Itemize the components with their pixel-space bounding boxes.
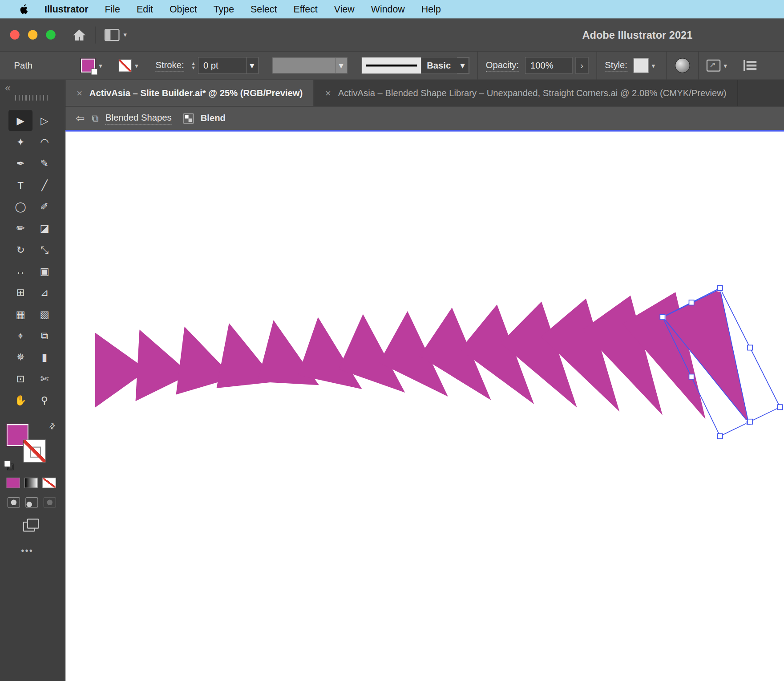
stroke-weight-field[interactable]: 0 pt ▾ — [198, 57, 259, 74]
menu-item-select[interactable]: Select — [251, 4, 277, 15]
default-fill-mini-swatch[interactable] — [4, 461, 11, 467]
selection-handle[interactable] — [660, 315, 665, 320]
collapse-panel-button[interactable]: « — [5, 82, 11, 93]
menu-item-window[interactable]: Window — [371, 4, 405, 15]
none-button[interactable] — [43, 478, 56, 488]
control-bar: Path ▾ ▾ Stroke: ▴▾ 0 pt ▾ ▾ Basic ▾ Opa… — [0, 52, 784, 80]
edit-toolbar-ellipsis[interactable]: ••• — [21, 546, 65, 556]
brush-chevron-icon[interactable]: ▾ — [335, 58, 347, 73]
back-arrow-icon[interactable]: ⇦ — [76, 112, 85, 125]
opacity-field[interactable]: 100% — [525, 57, 573, 74]
tab-close-icon[interactable]: × — [325, 87, 331, 99]
breadcrumb-layer-name[interactable]: Blended Shapes — [105, 112, 171, 124]
style-chevron-icon[interactable]: ▾ — [648, 62, 658, 69]
menu-item-edit[interactable]: Edit — [137, 4, 153, 15]
blend-tool-icon[interactable]: ⧉ — [32, 325, 57, 346]
lasso-tool-icon[interactable]: ◠ — [32, 132, 57, 153]
shape-builder-tool-icon[interactable]: ⊞ — [8, 282, 32, 303]
mesh-tool-icon[interactable]: ▦ — [8, 304, 32, 324]
stroke-weight-stepper[interactable]: ▴▾ — [192, 61, 195, 70]
draw-behind-icon[interactable] — [25, 497, 38, 508]
eraser-tool-icon[interactable]: ◪ — [32, 218, 57, 239]
pencil-tool-icon[interactable]: ✏ — [8, 218, 32, 239]
breadcrumb: ⇦ ⧉ Blended Shapes Blend — [65, 106, 784, 130]
menu-item-view[interactable]: View — [334, 4, 355, 15]
slice-tool-icon[interactable]: ✄ — [32, 368, 57, 389]
illustrator-window: Illustrator FileEditObjectTypeSelectEffe… — [0, 0, 784, 681]
selection-tool-icon[interactable]: ▶ — [8, 110, 32, 131]
paintbrush-tool-icon[interactable]: ✐ — [32, 196, 57, 217]
perspective-grid-tool-icon[interactable]: ⊿ — [32, 282, 57, 303]
selection-handle[interactable] — [777, 405, 782, 409]
menu-item-illustrator[interactable]: Illustrator — [44, 4, 88, 15]
curvature-tool-icon[interactable]: ✎ — [32, 153, 57, 174]
divider — [477, 52, 478, 80]
document-tab-2[interactable]: ×ActivAsia – Blended Shape Library – Une… — [314, 80, 738, 106]
tab-close-icon[interactable]: × — [77, 87, 82, 99]
document-tabs: ×ActivAsia – Slite Builder.ai* @ 25% (RG… — [65, 80, 784, 106]
swap-fill-stroke-icon[interactable]: ⇄ — [47, 421, 57, 431]
direct-selection-tool-icon[interactable]: ▷ — [32, 110, 57, 131]
pen-tool-icon[interactable]: ✒ — [8, 153, 32, 174]
scale-tool-icon[interactable]: ⤡ — [32, 239, 57, 260]
variable-width-profile-dropdown[interactable]: Basic ▾ — [361, 57, 469, 74]
brush-definition-dropdown[interactable]: ▾ — [272, 57, 348, 73]
free-transform-tool-icon[interactable]: ▣ — [32, 260, 57, 281]
column-graph-tool-icon[interactable]: ▮ — [32, 347, 57, 368]
eyedropper-tool-icon[interactable]: ⌖ — [8, 325, 32, 346]
selection-handle[interactable] — [689, 374, 694, 379]
width-tool-icon[interactable]: ↔ — [8, 260, 32, 281]
selection-handle[interactable] — [748, 419, 752, 424]
recolor-artwork-icon[interactable] — [675, 58, 690, 73]
stroke-weight-chevron-icon[interactable]: ▾ — [246, 57, 258, 73]
close-button[interactable] — [10, 30, 19, 39]
profile-chevron-icon[interactable]: ▾ — [457, 57, 469, 73]
ellipse-tool-icon[interactable]: ◯ — [8, 196, 32, 217]
stroke-swatch[interactable] — [23, 440, 46, 463]
change-screen-mode-icon[interactable] — [23, 519, 39, 531]
document-tab-1[interactable]: ×ActivAsia – Slite Builder.ai* @ 25% (RG… — [65, 80, 314, 106]
opacity-label[interactable]: Opacity: — [486, 60, 519, 71]
minimize-button[interactable] — [28, 30, 37, 39]
hand-tool-icon[interactable]: ✋ — [8, 389, 32, 410]
color-button[interactable] — [7, 478, 20, 488]
titlebar-divider — [95, 26, 96, 43]
stroke-weight-label[interactable]: Stroke: — [156, 60, 184, 71]
panel-grip-handle[interactable] — [15, 95, 48, 101]
artboard-tool-icon[interactable]: ⊡ — [8, 368, 32, 389]
selection-handle[interactable] — [689, 300, 694, 305]
stroke-chevron-icon[interactable]: ▾ — [132, 62, 141, 69]
stroke-color-swatch[interactable] — [118, 59, 131, 72]
menu-item-effect[interactable]: Effect — [294, 4, 318, 15]
align-icon[interactable] — [744, 60, 757, 71]
gradient-button[interactable] — [24, 478, 38, 488]
magic-wand-tool-icon[interactable]: ✦ — [8, 132, 32, 153]
arrange-documents-button[interactable]: ▾ — [105, 29, 127, 41]
line-segment-tool-icon[interactable]: ╱ — [32, 174, 57, 195]
selection-handle[interactable] — [718, 286, 723, 291]
gradient-tool-icon[interactable]: ▧ — [32, 304, 57, 324]
zoom-tool-icon[interactable]: ⚲ — [32, 389, 57, 410]
chevron-down-icon: ▾ — [124, 31, 127, 39]
type-tool-icon[interactable]: T — [8, 174, 32, 195]
rotate-tool-icon[interactable]: ↻ — [8, 239, 32, 260]
arrange-chevron-icon[interactable]: ▾ — [720, 62, 730, 69]
draw-normal-icon[interactable] — [8, 497, 20, 508]
menu-item-help[interactable]: Help — [421, 4, 441, 15]
symbol-sprayer-tool-icon[interactable]: ✵ — [8, 347, 32, 368]
style-label[interactable]: Style: — [605, 60, 627, 71]
stroke-weight-value: 0 pt — [198, 60, 246, 71]
isolate-object-icon[interactable] — [706, 60, 720, 72]
selection-handle[interactable] — [718, 434, 723, 438]
artboard-canvas[interactable] — [65, 130, 784, 681]
apple-menu-icon[interactable] — [19, 4, 28, 15]
zoom-button[interactable] — [46, 30, 55, 39]
menu-item-type[interactable]: Type — [214, 4, 234, 15]
opacity-options-button[interactable]: › — [575, 57, 588, 74]
menu-item-object[interactable]: Object — [170, 4, 197, 15]
selection-handle[interactable] — [748, 345, 752, 350]
graphic-style-swatch[interactable] — [633, 58, 648, 73]
home-icon[interactable] — [73, 29, 86, 41]
fill-color-swatch[interactable] — [81, 58, 96, 73]
menu-item-file[interactable]: File — [105, 4, 120, 15]
